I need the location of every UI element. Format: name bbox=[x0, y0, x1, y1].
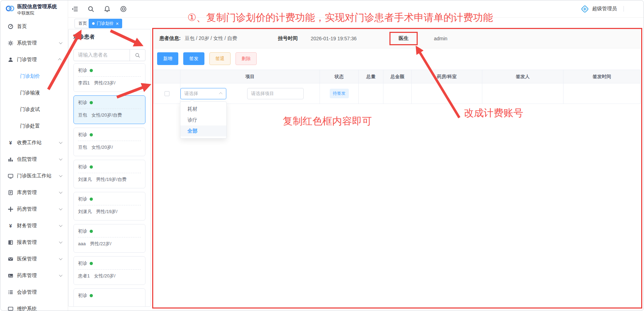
status-dot bbox=[90, 262, 93, 265]
dropdown-option-consumables[interactable]: 耗材 bbox=[180, 104, 226, 115]
header-divider bbox=[624, 6, 624, 12]
chevron-down-icon bbox=[59, 190, 62, 194]
image-icon bbox=[7, 272, 13, 278]
row-checkbox[interactable] bbox=[165, 91, 169, 96]
sidebar-item-doctor-station[interactable]: 门诊医生工作站 bbox=[0, 168, 68, 184]
sidebar-item-outpatient-infusion[interactable]: 门诊输液 bbox=[0, 84, 68, 101]
app-window: 医院信息管理系统 中联医院 首页 系统管理 门诊管理 门诊划价 bbox=[0, 0, 644, 311]
logo-row: 医院信息管理系统 中联医院 bbox=[0, 0, 68, 16]
column-status: 状态 bbox=[320, 70, 359, 83]
plus-icon bbox=[7, 206, 13, 212]
sidebar-item-maintenance[interactable]: 维护系统 bbox=[0, 300, 68, 311]
sidebar-item-outpatient-pricing[interactable]: 门诊划价 bbox=[0, 68, 68, 84]
sidebar-item-inpatient[interactable]: 住院管理 bbox=[0, 151, 68, 168]
column-item: 项目 bbox=[180, 70, 320, 83]
user-icon bbox=[7, 57, 13, 63]
settings-ring-icon[interactable] bbox=[120, 5, 127, 12]
cell-pharmacy-dept bbox=[412, 83, 482, 104]
register-time-value: 2026-01-19 19:57:36 bbox=[311, 36, 357, 41]
tab-outpatient-pricing[interactable]: 门诊划价 × bbox=[89, 19, 122, 28]
close-tab-icon[interactable]: × bbox=[116, 21, 119, 26]
user-area[interactable]: 超级管理员 bbox=[581, 5, 644, 13]
yen-icon: ¥ bbox=[7, 140, 13, 146]
category-dropdown: 耗材 诊疗 全部 bbox=[180, 101, 227, 139]
column-amount: 总金额 bbox=[383, 70, 412, 83]
sidebar-item-outpatient-skin-test[interactable]: 门诊皮试 bbox=[0, 101, 68, 118]
search-icon[interactable] bbox=[87, 5, 94, 12]
patient-card[interactable]: 初诊 刘潇凡男性/19岁/自费 bbox=[73, 160, 145, 188]
monitor-icon bbox=[7, 306, 13, 311]
sidebar-item-outpatient[interactable]: 门诊管理 bbox=[0, 51, 68, 68]
user-role-label: 超级管理员 bbox=[592, 6, 617, 12]
sidebar-item-finance[interactable]: ¥ 财务管理 bbox=[0, 217, 68, 234]
item-search-input[interactable]: 请选择项目 bbox=[247, 88, 304, 99]
delete-button[interactable]: 删除 bbox=[235, 52, 257, 65]
yen-icon: ¥ bbox=[7, 223, 13, 229]
chevron-down-icon bbox=[59, 273, 62, 277]
patient-search-button[interactable] bbox=[130, 49, 145, 61]
billing-table: 项目 状态 总量 总金额 药房/科室 签发人 签发时间 请选择 请选择项目 待签… bbox=[154, 70, 640, 104]
patient-list-panel: 现诊患者 请输入患者名 初诊 李四1男性/23岁/ 初诊 豆包女性/20岁/自费… bbox=[68, 29, 151, 307]
status-dot bbox=[90, 294, 93, 297]
patient-info-label: 患者信息: bbox=[159, 35, 181, 42]
hospital-logo-icon bbox=[5, 4, 14, 13]
sidebar-item-warehouse[interactable]: 库房管理 bbox=[0, 184, 68, 201]
sidebar-item-system[interactable]: 系统管理 bbox=[0, 35, 68, 51]
cell-amount bbox=[383, 83, 412, 104]
sidebar-item-reports[interactable]: 报表管理 bbox=[0, 234, 68, 251]
sidebar-menu: 首页 系统管理 门诊管理 门诊划价 门诊输液 门诊皮试 门诊处置 bbox=[0, 18, 68, 311]
sign-issue-button[interactable]: 签发 bbox=[183, 52, 204, 65]
status-dot bbox=[90, 69, 93, 72]
patient-panel-title: 现诊患者 bbox=[73, 34, 150, 40]
annotation-note-right: 改成计费账号 bbox=[464, 106, 523, 120]
list-icon bbox=[7, 289, 13, 295]
collapse-sidebar-icon[interactable] bbox=[71, 5, 78, 12]
category-select[interactable]: 请选择 bbox=[180, 88, 226, 99]
dropdown-option-treatment[interactable]: 诊疗 bbox=[180, 115, 226, 125]
patient-info-value: 豆包 / 20岁 / 女性 / 自费 bbox=[185, 35, 237, 42]
sidebar-item-drug-store[interactable]: 药库管理 bbox=[0, 267, 68, 284]
dropdown-option-all[interactable]: 全部 bbox=[180, 125, 226, 136]
patient-card[interactable]: 初诊 患者1女性/20岁/ bbox=[73, 256, 145, 285]
register-time-label: 挂号时间 bbox=[278, 35, 298, 42]
patient-card[interactable]: 初诊 豆包女性/20岁/ bbox=[73, 128, 145, 156]
bar-chart-icon bbox=[7, 156, 13, 162]
chevron-down-icon bbox=[59, 240, 62, 243]
annotation-note-top: ①、复制门诊划价的计费功能，实现对门诊患者手术申请单的计费功能 bbox=[187, 11, 493, 24]
patient-card[interactable]: 初诊 刘潇凡男性/19岁/ bbox=[73, 192, 145, 221]
chevron-down-icon bbox=[59, 140, 62, 144]
ledger-icon bbox=[7, 239, 13, 245]
sidebar-item-charge-station[interactable]: ¥ 收费工作站 bbox=[0, 134, 68, 151]
patient-card[interactable]: 初诊 李四1男性/23岁/ bbox=[73, 63, 145, 92]
sign-out-button[interactable]: 签退 bbox=[209, 52, 231, 65]
active-tab-dot bbox=[92, 22, 95, 25]
patient-card-selected[interactable]: 初诊 豆包女性/20岁/自费 bbox=[73, 95, 145, 124]
medical-cross-icon bbox=[581, 5, 589, 13]
chevron-down-icon bbox=[59, 257, 62, 260]
svg-text:¥: ¥ bbox=[9, 140, 12, 146]
sidebar-item-consultation[interactable]: 会诊管理 bbox=[0, 284, 68, 300]
patient-cards: 初诊 李四1男性/23岁/ 初诊 豆包女性/20岁/自费 初诊 豆包女性/20岁… bbox=[73, 63, 145, 307]
sidebar-item-outpatient-disposal[interactable]: 门诊处置 bbox=[0, 118, 68, 134]
sidebar-item-insurance[interactable]: 医保管理 bbox=[0, 251, 68, 267]
table-row: 请选择 请选择项目 待签发 bbox=[154, 83, 640, 104]
chevron-down-icon bbox=[59, 174, 62, 177]
document-icon bbox=[7, 189, 13, 195]
sidebar-item-home[interactable]: 首页 bbox=[0, 18, 68, 35]
patient-search-input[interactable]: 请输入患者名 bbox=[74, 49, 130, 61]
status-dot bbox=[90, 198, 93, 201]
column-checkbox bbox=[154, 70, 180, 83]
hospital-name: 中联医院 bbox=[17, 10, 57, 16]
doctor-account-value: admin bbox=[434, 36, 447, 41]
doctor-label-red-box: 医生 bbox=[389, 32, 418, 45]
annotation-note-center: 复制红色框内容即可 bbox=[283, 115, 372, 128]
chevron-down-icon bbox=[59, 157, 62, 160]
patient-card[interactable]: 初诊 aaa男性/22岁/ bbox=[73, 224, 145, 253]
cell-issuer bbox=[482, 83, 564, 104]
add-button[interactable]: 新增 bbox=[157, 52, 178, 65]
bell-icon[interactable] bbox=[103, 5, 111, 12]
mail-icon bbox=[7, 256, 13, 262]
patient-card[interactable]: 初诊 bbox=[73, 288, 145, 307]
sidebar-item-pharmacy[interactable]: 药房管理 bbox=[0, 201, 68, 217]
patient-info-bar: 患者信息: 豆包 / 20岁 / 女性 / 自费 挂号时间 2026-01-19… bbox=[154, 29, 640, 48]
